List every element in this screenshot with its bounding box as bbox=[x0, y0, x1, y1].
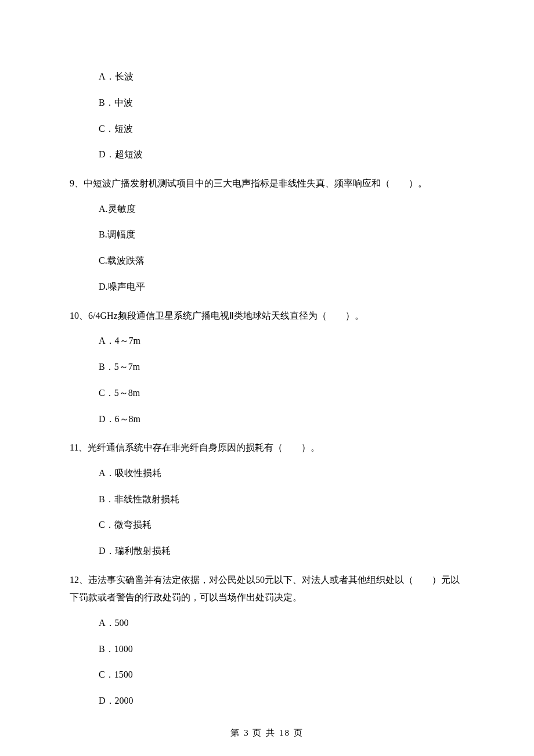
q12-options: A．500 B．1000 C．1500 D．2000 bbox=[70, 610, 464, 714]
q10-option-a: A．4～7m bbox=[99, 328, 464, 354]
q8-option-a: A．长波 bbox=[99, 64, 464, 90]
q10-option-b: B．5～7m bbox=[99, 354, 464, 380]
q10-options: A．4～7m B．5～7m C．5～8m D．6～8m bbox=[70, 328, 464, 432]
q11-stem: 11、光纤通信系统中存在非光纤自身原因的损耗有（ ）。 bbox=[70, 439, 464, 456]
q9-option-b: B.调幅度 bbox=[99, 222, 464, 248]
q12-option-b: B．1000 bbox=[99, 636, 464, 663]
q11-option-b: B．非线性散射损耗 bbox=[99, 487, 464, 513]
q8-option-d: D．超短波 bbox=[99, 142, 464, 168]
q10-option-d: D．6～8m bbox=[99, 406, 464, 433]
q9-stem: 9、中短波广播发射机测试项目中的三大电声指标是非线性失真、频率响应和（ ）。 bbox=[70, 175, 464, 192]
q12-option-d: D．2000 bbox=[99, 688, 464, 714]
page: A．长波 B．中波 C．短波 D．超短波 9、中短波广播发射机测试项目中的三大电… bbox=[0, 0, 534, 756]
page-footer: 第 3 页 共 18 页 bbox=[0, 728, 534, 739]
q12-stem: 12、违法事实确凿并有法定依据，对公民处以50元以下、对法人或者其他组织处以（ … bbox=[70, 571, 464, 607]
q9-options: A.灵敏度 B.调幅度 C.载波跌落 D.噪声电平 bbox=[70, 196, 464, 300]
q10-stem: 10、6/4GHz频段通信卫星系统广播电视Ⅱ类地球站天线直径为（ ）。 bbox=[70, 307, 464, 325]
q9-option-c: C.载波跌落 bbox=[99, 248, 464, 274]
q11-option-a: A．吸收性损耗 bbox=[99, 460, 464, 487]
q8-options: A．长波 B．中波 C．短波 D．超短波 bbox=[70, 64, 464, 168]
q11-option-c: C．微弯损耗 bbox=[99, 512, 464, 538]
q11-options: A．吸收性损耗 B．非线性散射损耗 C．微弯损耗 D．瑞利散射损耗 bbox=[70, 460, 464, 564]
q9-option-d: D.噪声电平 bbox=[99, 274, 464, 300]
q8-option-b: B．中波 bbox=[99, 90, 464, 116]
q10-option-c: C．5～8m bbox=[99, 380, 464, 406]
q11-option-d: D．瑞利散射损耗 bbox=[99, 538, 464, 564]
q9-option-a: A.灵敏度 bbox=[99, 196, 464, 222]
q8-option-c: C．短波 bbox=[99, 116, 464, 142]
q12-option-c: C．1500 bbox=[99, 662, 464, 688]
q12-option-a: A．500 bbox=[99, 610, 464, 636]
